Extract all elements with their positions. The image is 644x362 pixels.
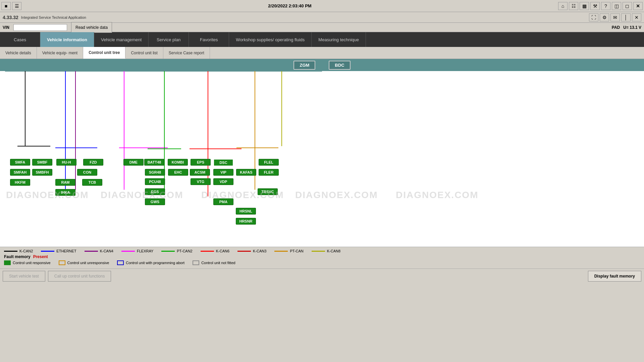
nav-tab-measuring-technique[interactable]: Measuring technique: [312, 32, 366, 47]
call-up-control-unit-btn[interactable]: Call up control unit functions: [48, 271, 111, 282]
diagram-area: ZGMBDC SMFASMBFHU-H: [0, 59, 644, 247]
cu-legend-unresponsive: Control unit unresponsive: [59, 260, 109, 265]
cu-trsvc[interactable]: TRSVC: [258, 188, 278, 195]
vin-input[interactable]: [13, 24, 67, 31]
vin-label: VIN: [3, 25, 9, 30]
cu-smfah[interactable]: SMFAH: [10, 169, 30, 176]
cu-dsc[interactable]: DSC: [213, 159, 233, 166]
display-fault-memory-label: Display fault memory: [594, 274, 635, 279]
cu-smfa[interactable]: SMFA: [10, 159, 30, 166]
help-btn[interactable]: ?: [601, 2, 610, 10]
legend-ethernet: ETHERNET: [41, 249, 76, 253]
home-btn[interactable]: ⌂: [558, 2, 568, 10]
nav-tab-vehicle-management[interactable]: Vehicle management: [94, 32, 149, 47]
monitor-btn[interactable]: ▩: [580, 2, 589, 10]
fullscreen-btn[interactable]: ⛶: [589, 13, 598, 21]
cu-legend-not-fitted: Control unit not fitted: [193, 260, 235, 265]
watermark-3: DIAGNOEX.COM: [295, 190, 378, 200]
cu-hrsnl[interactable]: HRSNL: [236, 208, 256, 215]
datetime-display: 2/20/2022 2:03:40 PM: [268, 3, 311, 8]
cu-batt48[interactable]: BATT48: [144, 159, 164, 166]
cu-sgr48[interactable]: SGR48: [145, 169, 165, 176]
pad-info: PAD U= 13.1 V: [612, 25, 641, 30]
cu-eps[interactable]: EPS: [191, 159, 211, 166]
read-vehicle-label: Read vehicle data: [75, 25, 108, 30]
layout-btn[interactable]: ◫: [612, 2, 621, 10]
legend-area: K-CAN2ETHERNETK-CAN4FLEXRAYPT-CAN2K-CAN6…: [0, 247, 644, 268]
read-vehicle-btn[interactable]: Read vehicle data: [71, 22, 112, 33]
start-vehicle-test-label: Start vehicle test: [9, 274, 39, 279]
nav-tab-favorites[interactable]: Favorites: [189, 32, 229, 47]
cu-kafas[interactable]: KAFAS: [236, 169, 256, 176]
app-icon-btn[interactable]: ■: [1, 2, 11, 10]
sub-tab-vehicle-equipment[interactable]: Vehicle equip- ment: [37, 47, 83, 59]
cu-egs[interactable]: EGS: [145, 188, 165, 195]
close-second-btn[interactable]: ✕: [632, 13, 641, 21]
voltage-label: U=: [623, 25, 629, 30]
cu-ihka[interactable]: IHKA: [55, 189, 75, 196]
nav-tabs: CasesVehicle informationVehicle manageme…: [0, 32, 644, 47]
sub-tab-vehicle-details[interactable]: Vehicle details: [0, 47, 37, 59]
nav-tab-vehicle-information[interactable]: Vehicle information: [40, 32, 94, 47]
cu-con[interactable]: CON: [77, 169, 97, 176]
cu-smbf[interactable]: SMBF: [32, 159, 52, 166]
cu-gws[interactable]: GWS: [145, 198, 165, 205]
fault-label: Fault memory: [4, 254, 31, 259]
bus-header: ZGMBDC: [0, 59, 644, 71]
grid-btn[interactable]: ☷: [569, 2, 578, 10]
cu-vdp[interactable]: VDP: [213, 178, 233, 185]
bottom-buttons: Start vehicle test Call up control unit …: [0, 268, 644, 283]
cu-tcb[interactable]: TCB: [82, 179, 102, 186]
sub-tab-control-unit-list[interactable]: Control unit list: [125, 47, 163, 59]
cu-vip[interactable]: VIP: [213, 169, 233, 176]
mail-btn[interactable]: ✉: [610, 13, 620, 21]
cu-hkfm[interactable]: HKFM: [10, 179, 30, 186]
cu-pcu48[interactable]: PCU48: [145, 178, 165, 185]
gear-btn[interactable]: ⚙: [600, 13, 609, 21]
cu-legend-responsive: Control unit responsive: [4, 260, 51, 265]
cu-smbfh[interactable]: SMBFH: [32, 169, 52, 176]
secondbar-left: 4.33.32 Integrated Service Technical App…: [3, 15, 86, 20]
cu-pma[interactable]: PMA: [213, 198, 233, 205]
cu-fzd[interactable]: FZD: [83, 159, 103, 166]
pad-label: PAD: [612, 25, 620, 30]
watermark-1: DIAGNOEX.COM: [101, 190, 183, 200]
bus-node-zgm[interactable]: ZGM: [293, 61, 315, 70]
cu-hrsnr[interactable]: HRSNR: [236, 218, 256, 225]
cu-dme[interactable]: DME: [123, 159, 144, 166]
titlebar: ■ ☰ 2/20/2022 2:03:40 PM ⌂ ☷ ▩ ⚒ ? ◫ ◻ ✕: [0, 0, 644, 12]
close-titlebar-btn[interactable]: ✕: [633, 2, 643, 10]
sub-tabs: Vehicle detailsVehicle equip- mentContro…: [0, 47, 644, 59]
legend-k-can6: K-CAN6: [201, 249, 229, 253]
cu-ehc[interactable]: EHC: [168, 169, 188, 176]
legend-k-can3: K-CAN3: [237, 249, 266, 253]
wrench-btn[interactable]: ⚒: [590, 2, 600, 10]
start-vehicle-test-btn[interactable]: Start vehicle test: [3, 271, 45, 282]
legend-k-can4: K-CAN4: [85, 249, 113, 253]
window-btn[interactable]: ◻: [623, 2, 632, 10]
watermark-0: DIAGNOEX.COM: [6, 190, 89, 200]
nav-tab-service-plan[interactable]: Service plan: [149, 32, 189, 47]
bus-node-bdc[interactable]: BDC: [329, 61, 350, 70]
broadcast-btn[interactable]: │: [621, 13, 631, 21]
legend-k-can8: K-CAN8: [312, 249, 340, 253]
cu-flel[interactable]: FLEL: [259, 159, 279, 166]
cu-huh[interactable]: HU-H: [56, 159, 76, 166]
cu-kombi[interactable]: KOMBI: [168, 159, 188, 166]
fault-value: Present: [33, 254, 48, 259]
display-fault-memory-btn[interactable]: Display fault memory: [588, 271, 641, 282]
list-icon-btn[interactable]: ☰: [12, 2, 21, 10]
cu-acsm[interactable]: ACSM: [190, 169, 210, 176]
cu-ram[interactable]: RAM: [55, 179, 75, 186]
cu-fler[interactable]: FLER: [259, 169, 279, 176]
datetime-text: 2/20/2022 2:03:40 PM: [268, 3, 311, 8]
bottom-left-btns: Start vehicle test Call up control unit …: [3, 271, 111, 282]
nav-tab-cases[interactable]: Cases: [0, 32, 40, 47]
sub-tab-control-unit-tree[interactable]: Control unit tree: [83, 47, 125, 59]
nav-tab-workshop-supplies[interactable]: Workshop supplies/ operating fluids: [229, 32, 312, 47]
sub-tab-service-case-report[interactable]: Service Case report: [163, 47, 210, 59]
call-up-control-unit-label: Call up control unit functions: [54, 274, 105, 279]
legend-flexray: FLEXRAY: [121, 249, 153, 253]
cu-vtg[interactable]: VTG: [191, 178, 211, 185]
titlebar-left: ■ ☰: [1, 2, 21, 10]
